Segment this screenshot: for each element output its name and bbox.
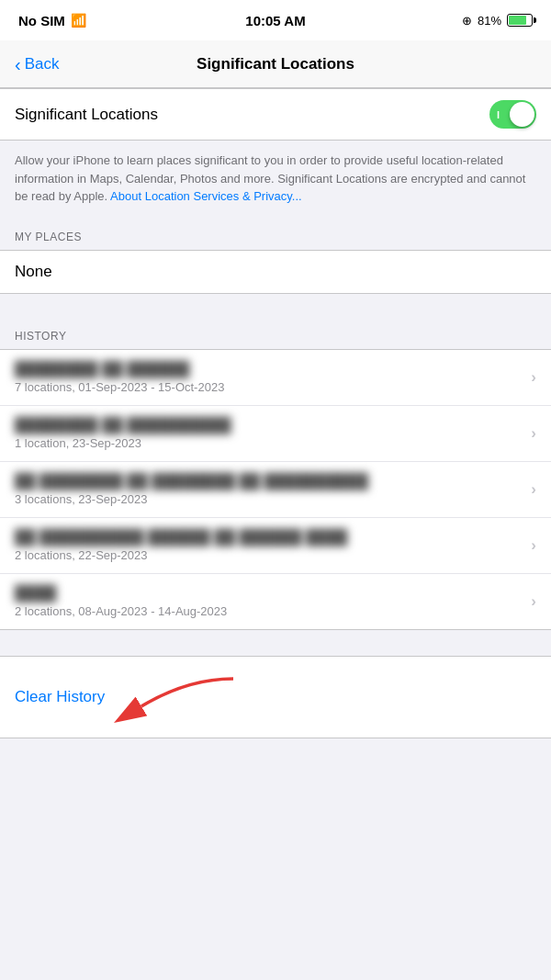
clear-history-section[interactable]: Clear History xyxy=(0,656,551,738)
back-chevron-icon: ‹ xyxy=(15,55,21,73)
chevron-right-icon-2: › xyxy=(531,424,536,443)
my-places-label: MY PLACES xyxy=(15,231,82,243)
significant-locations-toggle[interactable]: I xyxy=(489,100,536,129)
history-item-5[interactable]: ████ 2 locations, 08-Aug-2023 - 14-Aug-2… xyxy=(0,574,551,629)
status-bar-time: 10:05 AM xyxy=(245,13,305,28)
history-item-2-title: ████████ ██ ██████████ xyxy=(15,417,523,434)
history-label: HISTORY xyxy=(15,330,66,343)
status-bar: No SIM 📶 10:05 AM ⊕ 81% xyxy=(0,0,551,40)
none-label: None xyxy=(15,263,52,280)
history-header: HISTORY xyxy=(0,320,551,349)
battery-fill xyxy=(509,16,526,25)
battery-icon-container xyxy=(507,14,533,27)
nav-title: Significant Locations xyxy=(197,55,354,73)
history-item-2-content: ████████ ██ ██████████ 1 location, 23-Se… xyxy=(15,417,531,450)
history-item-1-title: ████████ ██ ██████ xyxy=(15,361,523,377)
description-section: Allow your iPhone to learn places signif… xyxy=(0,141,551,220)
history-item-4-content: ██ ██████████ ██████ ██ ██████ ████ 2 lo… xyxy=(15,529,531,562)
history-item-1-content: ████████ ██ ██████ 7 locations, 01-Sep-2… xyxy=(15,361,531,394)
battery-area: ⊕ 81% xyxy=(462,14,533,28)
history-item-3[interactable]: ██ ████████ ██ ████████ ██ ██████████ 3 … xyxy=(0,462,551,518)
chevron-right-icon-1: › xyxy=(531,368,536,387)
history-item-4-title: ██ ██████████ ██████ ██ ██████ ████ xyxy=(15,529,523,546)
red-arrow-indicator xyxy=(114,670,242,725)
my-places-header: MY PLACES xyxy=(0,220,551,250)
history-item-5-content: ████ 2 locations, 08-Aug-2023 - 14-Aug-2… xyxy=(15,585,531,618)
chevron-right-icon-3: › xyxy=(531,480,536,499)
location-icon: ⊕ xyxy=(462,14,472,28)
spacer-1 xyxy=(0,294,551,320)
history-item-5-title: ████ xyxy=(15,585,523,602)
history-item-4-subtitle: 2 locations, 22-Sep-2023 xyxy=(15,548,523,562)
clear-history-button[interactable]: Clear History xyxy=(15,688,105,706)
chevron-right-icon-4: › xyxy=(531,536,536,555)
battery-icon xyxy=(507,14,533,27)
back-button[interactable]: ‹ Back xyxy=(15,55,59,73)
toggle-row: Significant Locations I xyxy=(0,89,551,140)
history-item-2[interactable]: ████████ ██ ██████████ 1 location, 23-Se… xyxy=(0,406,551,462)
privacy-link[interactable]: About Location Services & Privacy... xyxy=(110,189,302,203)
history-item-4[interactable]: ██ ██████████ ██████ ██ ██████ ████ 2 lo… xyxy=(0,518,551,574)
history-item-3-subtitle: 3 locations, 23-Sep-2023 xyxy=(15,492,523,506)
toggle-label: Significant Locations xyxy=(15,106,158,124)
history-item-2-subtitle: 1 location, 23-Sep-2023 xyxy=(15,436,523,450)
my-places-section: None xyxy=(0,250,551,294)
description-text: Allow your iPhone to learn places signif… xyxy=(15,152,536,206)
battery-percent: 81% xyxy=(478,14,501,28)
history-item-5-subtitle: 2 locations, 08-Aug-2023 - 14-Aug-2023 xyxy=(15,604,523,618)
chevron-right-icon-5: › xyxy=(531,592,536,611)
history-item-1-subtitle: 7 locations, 01-Sep-2023 - 15-Oct-2023 xyxy=(15,380,523,394)
back-button-label: Back xyxy=(25,55,60,73)
toggle-section: Significant Locations I xyxy=(0,88,551,141)
carrier-text: No SIM xyxy=(18,13,65,28)
history-list: ████████ ██ ██████ 7 locations, 01-Sep-2… xyxy=(0,349,551,630)
toggle-on-label: I xyxy=(497,109,500,120)
nav-bar: ‹ Back Significant Locations xyxy=(0,40,551,88)
history-item-3-content: ██ ████████ ██ ████████ ██ ██████████ 3 … xyxy=(15,473,531,506)
history-item-3-title: ██ ████████ ██ ████████ ██ ██████████ xyxy=(15,473,523,490)
history-item-1[interactable]: ████████ ██ ██████ 7 locations, 01-Sep-2… xyxy=(0,350,551,406)
carrier-wifi: No SIM 📶 xyxy=(18,13,86,28)
wifi-icon: 📶 xyxy=(71,13,86,28)
toggle-knob xyxy=(510,102,534,127)
